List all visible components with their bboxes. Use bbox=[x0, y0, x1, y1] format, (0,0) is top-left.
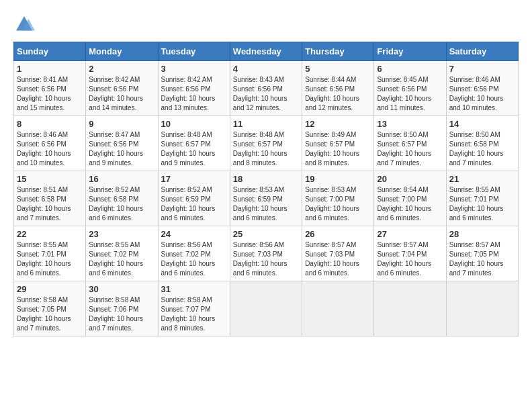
calendar-cell: 24 Sunrise: 8:56 AM Sunset: 7:02 PM Dayl… bbox=[158, 226, 230, 281]
calendar-cell: 23 Sunrise: 8:55 AM Sunset: 7:02 PM Dayl… bbox=[86, 226, 158, 281]
calendar-cell: 4 Sunrise: 8:43 AM Sunset: 6:56 PM Dayli… bbox=[230, 61, 302, 116]
day-number: 5 bbox=[305, 64, 371, 74]
weekday-header-thursday: Thursday bbox=[302, 42, 374, 61]
day-info: Sunrise: 8:55 AM Sunset: 7:02 PM Dayligh… bbox=[89, 241, 143, 277]
day-number: 12 bbox=[305, 119, 371, 129]
day-number: 7 bbox=[449, 64, 515, 74]
logo bbox=[13, 13, 38, 35]
calendar-week-1: 1 Sunrise: 8:41 AM Sunset: 6:56 PM Dayli… bbox=[14, 61, 519, 116]
calendar-cell: 25 Sunrise: 8:56 AM Sunset: 7:03 PM Dayl… bbox=[230, 226, 302, 281]
day-number: 19 bbox=[305, 174, 371, 184]
day-number: 22 bbox=[17, 229, 83, 239]
weekday-header-tuesday: Tuesday bbox=[158, 42, 230, 61]
day-number: 17 bbox=[161, 174, 227, 184]
day-number: 24 bbox=[161, 229, 227, 239]
day-number: 26 bbox=[305, 229, 371, 239]
day-info: Sunrise: 8:42 AM Sunset: 6:56 PM Dayligh… bbox=[89, 76, 143, 111]
day-number: 8 bbox=[17, 119, 83, 129]
calendar-cell: 10 Sunrise: 8:48 AM Sunset: 6:57 PM Dayl… bbox=[158, 116, 230, 171]
calendar-cell: 31 Sunrise: 8:58 AM Sunset: 7:07 PM Dayl… bbox=[158, 281, 230, 336]
calendar-cell: 12 Sunrise: 8:49 AM Sunset: 6:57 PM Dayl… bbox=[302, 116, 374, 171]
day-number: 23 bbox=[89, 229, 154, 239]
day-info: Sunrise: 8:55 AM Sunset: 7:01 PM Dayligh… bbox=[17, 241, 71, 277]
logo-icon bbox=[13, 13, 35, 35]
day-info: Sunrise: 8:48 AM Sunset: 6:57 PM Dayligh… bbox=[233, 131, 287, 167]
day-info: Sunrise: 8:55 AM Sunset: 7:01 PM Dayligh… bbox=[449, 186, 504, 222]
calendar-cell: 8 Sunrise: 8:46 AM Sunset: 6:56 PM Dayli… bbox=[14, 116, 86, 171]
day-info: Sunrise: 8:43 AM Sunset: 6:56 PM Dayligh… bbox=[233, 76, 287, 111]
calendar-cell bbox=[230, 281, 302, 336]
day-info: Sunrise: 8:57 AM Sunset: 7:03 PM Dayligh… bbox=[305, 241, 359, 277]
calendar-week-5: 29 Sunrise: 8:58 AM Sunset: 7:05 PM Dayl… bbox=[14, 281, 519, 336]
calendar-week-3: 15 Sunrise: 8:51 AM Sunset: 6:58 PM Dayl… bbox=[14, 171, 519, 226]
weekday-header-sunday: Sunday bbox=[14, 42, 86, 61]
day-info: Sunrise: 8:57 AM Sunset: 7:04 PM Dayligh… bbox=[377, 241, 431, 277]
day-number: 16 bbox=[89, 174, 154, 184]
day-number: 9 bbox=[89, 119, 154, 129]
day-number: 18 bbox=[233, 174, 299, 184]
calendar-cell: 21 Sunrise: 8:55 AM Sunset: 7:01 PM Dayl… bbox=[446, 171, 518, 226]
weekday-header-friday: Friday bbox=[374, 42, 446, 61]
day-number: 11 bbox=[233, 119, 299, 129]
calendar-cell: 13 Sunrise: 8:50 AM Sunset: 6:57 PM Dayl… bbox=[374, 116, 446, 171]
day-info: Sunrise: 8:56 AM Sunset: 7:02 PM Dayligh… bbox=[161, 241, 216, 277]
calendar-week-2: 8 Sunrise: 8:46 AM Sunset: 6:56 PM Dayli… bbox=[14, 116, 519, 171]
weekday-header-row: SundayMondayTuesdayWednesdayThursdayFrid… bbox=[14, 42, 519, 61]
day-number: 21 bbox=[449, 174, 515, 184]
day-info: Sunrise: 8:42 AM Sunset: 6:56 PM Dayligh… bbox=[161, 76, 216, 111]
calendar-cell: 6 Sunrise: 8:45 AM Sunset: 6:56 PM Dayli… bbox=[374, 61, 446, 116]
day-number: 27 bbox=[377, 229, 443, 239]
calendar-cell: 11 Sunrise: 8:48 AM Sunset: 6:57 PM Dayl… bbox=[230, 116, 302, 171]
calendar-cell: 1 Sunrise: 8:41 AM Sunset: 6:56 PM Dayli… bbox=[14, 61, 86, 116]
day-number: 25 bbox=[233, 229, 299, 239]
day-number: 2 bbox=[89, 64, 154, 74]
day-info: Sunrise: 8:58 AM Sunset: 7:06 PM Dayligh… bbox=[89, 296, 143, 332]
calendar-cell: 15 Sunrise: 8:51 AM Sunset: 6:58 PM Dayl… bbox=[14, 171, 86, 226]
day-number: 14 bbox=[449, 119, 515, 129]
calendar-cell: 3 Sunrise: 8:42 AM Sunset: 6:56 PM Dayli… bbox=[158, 61, 230, 116]
day-info: Sunrise: 8:56 AM Sunset: 7:03 PM Dayligh… bbox=[233, 241, 287, 277]
day-number: 1 bbox=[17, 64, 83, 74]
calendar-cell: 9 Sunrise: 8:47 AM Sunset: 6:56 PM Dayli… bbox=[86, 116, 158, 171]
calendar-cell bbox=[446, 281, 518, 336]
calendar-cell: 29 Sunrise: 8:58 AM Sunset: 7:05 PM Dayl… bbox=[14, 281, 86, 336]
day-info: Sunrise: 8:47 AM Sunset: 6:56 PM Dayligh… bbox=[89, 131, 143, 167]
day-number: 30 bbox=[89, 284, 154, 294]
calendar-cell: 17 Sunrise: 8:52 AM Sunset: 6:59 PM Dayl… bbox=[158, 171, 230, 226]
calendar-cell bbox=[302, 281, 374, 336]
day-number: 29 bbox=[17, 284, 83, 294]
day-info: Sunrise: 8:44 AM Sunset: 6:56 PM Dayligh… bbox=[305, 76, 359, 111]
calendar-cell: 18 Sunrise: 8:53 AM Sunset: 6:59 PM Dayl… bbox=[230, 171, 302, 226]
calendar-cell: 22 Sunrise: 8:55 AM Sunset: 7:01 PM Dayl… bbox=[14, 226, 86, 281]
day-number: 28 bbox=[449, 229, 515, 239]
calendar-cell bbox=[374, 281, 446, 336]
day-number: 3 bbox=[161, 64, 227, 74]
day-info: Sunrise: 8:53 AM Sunset: 7:00 PM Dayligh… bbox=[305, 186, 359, 222]
day-info: Sunrise: 8:52 AM Sunset: 6:59 PM Dayligh… bbox=[161, 186, 216, 222]
calendar-cell: 19 Sunrise: 8:53 AM Sunset: 7:00 PM Dayl… bbox=[302, 171, 374, 226]
day-info: Sunrise: 8:49 AM Sunset: 6:57 PM Dayligh… bbox=[305, 131, 359, 167]
day-info: Sunrise: 8:50 AM Sunset: 6:58 PM Dayligh… bbox=[449, 131, 504, 167]
day-info: Sunrise: 8:58 AM Sunset: 7:05 PM Dayligh… bbox=[17, 296, 71, 332]
calendar-week-4: 22 Sunrise: 8:55 AM Sunset: 7:01 PM Dayl… bbox=[14, 226, 519, 281]
calendar-cell: 20 Sunrise: 8:54 AM Sunset: 7:00 PM Dayl… bbox=[374, 171, 446, 226]
calendar-cell: 7 Sunrise: 8:46 AM Sunset: 6:56 PM Dayli… bbox=[446, 61, 518, 116]
day-number: 31 bbox=[161, 284, 227, 294]
weekday-header-saturday: Saturday bbox=[446, 42, 518, 61]
day-info: Sunrise: 8:50 AM Sunset: 6:57 PM Dayligh… bbox=[377, 131, 431, 167]
day-number: 15 bbox=[17, 174, 83, 184]
day-info: Sunrise: 8:53 AM Sunset: 6:59 PM Dayligh… bbox=[233, 186, 287, 222]
weekday-header-monday: Monday bbox=[86, 42, 158, 61]
day-info: Sunrise: 8:57 AM Sunset: 7:05 PM Dayligh… bbox=[449, 241, 504, 277]
day-number: 10 bbox=[161, 119, 227, 129]
day-number: 6 bbox=[377, 64, 443, 74]
page-header bbox=[13, 13, 519, 35]
day-info: Sunrise: 8:41 AM Sunset: 6:56 PM Dayligh… bbox=[17, 76, 71, 111]
day-info: Sunrise: 8:51 AM Sunset: 6:58 PM Dayligh… bbox=[17, 186, 71, 222]
day-number: 4 bbox=[233, 64, 299, 74]
day-number: 13 bbox=[377, 119, 443, 129]
day-info: Sunrise: 8:46 AM Sunset: 6:56 PM Dayligh… bbox=[449, 76, 504, 111]
calendar-cell: 27 Sunrise: 8:57 AM Sunset: 7:04 PM Dayl… bbox=[374, 226, 446, 281]
calendar-cell: 30 Sunrise: 8:58 AM Sunset: 7:06 PM Dayl… bbox=[86, 281, 158, 336]
day-info: Sunrise: 8:48 AM Sunset: 6:57 PM Dayligh… bbox=[161, 131, 216, 167]
